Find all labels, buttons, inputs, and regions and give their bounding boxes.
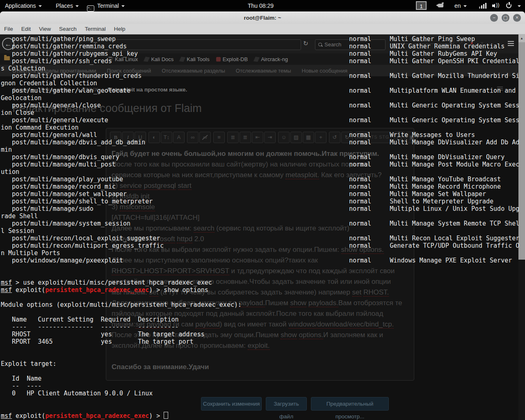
menu-item-edit[interactable]: Edit: [17, 24, 35, 34]
top-panel: Applications Places >_Terminal Thu 08:29…: [0, 0, 525, 11]
window-titlebar[interactable]: root@Flaim: ~ − ▢ ×: [0, 11, 525, 24]
menu-item-help[interactable]: Help: [110, 24, 130, 34]
system-menu-caret[interactable]: [515, 2, 521, 10]
network-signal-icon[interactable]: [479, 3, 488, 9]
close-button[interactable]: ×: [513, 14, 521, 22]
menu-item-terminal[interactable]: Terminal: [81, 24, 110, 34]
chevron-down-icon: [39, 5, 42, 7]
chevron-down-icon: [463, 5, 467, 7]
menu-item-search[interactable]: Search: [55, 24, 81, 34]
applications-menu[interactable]: Applications: [5, 2, 42, 10]
menu-item-view[interactable]: View: [35, 24, 55, 34]
terminal-app-menu[interactable]: >_Terminal: [87, 2, 125, 10]
camera-icon[interactable]: [438, 4, 443, 7]
volume-icon[interactable]: )): [492, 3, 501, 9]
maximize-button[interactable]: ▢: [502, 14, 509, 22]
keyboard-layout[interactable]: en: [454, 2, 467, 10]
clock[interactable]: Thu 08:29: [248, 2, 274, 10]
power-icon[interactable]: [506, 3, 511, 8]
workspace-indicator[interactable]: 1: [416, 1, 427, 10]
menu-item-file[interactable]: File: [0, 24, 17, 34]
chevron-down-icon: [121, 5, 125, 7]
minimize-button[interactable]: −: [490, 14, 498, 22]
terminal-menubar: FileEditViewSearchTerminalHelp: [0, 24, 525, 34]
terminal-icon: >_: [87, 5, 94, 11]
terminal-output[interactable]: post/multi/gather/ping_sweep normal Mult…: [1, 35, 524, 420]
window-title: root@Flaim: ~: [0, 12, 525, 24]
places-menu[interactable]: Places: [56, 2, 79, 10]
chevron-down-icon: [75, 5, 79, 7]
